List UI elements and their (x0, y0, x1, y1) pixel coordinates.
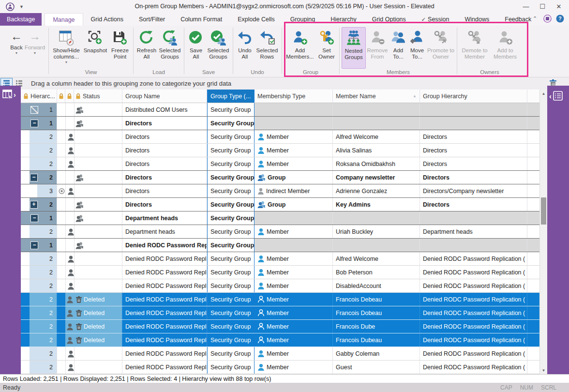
column-header-hierarchy[interactable]: Hierarc... (21, 90, 57, 103)
table-row[interactable]: +2DirectorsSecurity GroupGroupKey Admins… (21, 197, 539, 211)
tab-grouping[interactable]: Grouping (283, 13, 323, 26)
table-row[interactable]: −1Denied RODC Password RepSecurity Group (21, 238, 539, 252)
back-button[interactable]: ←Back▼ (7, 27, 26, 69)
tab-grid-options[interactable]: Grid Options (364, 13, 414, 26)
tab-backstage[interactable]: Backstage (0, 13, 42, 26)
ribbon-button-selected-groups[interactable]: Selected Groups (206, 27, 231, 69)
table-row[interactable]: −2DirectorsSecurity GroupGroupCompany ne… (21, 170, 539, 184)
vertical-scrollbar[interactable]: ▲ ▼ (539, 90, 547, 374)
ribbon-button-selected-groups[interactable]: Selected Groups (158, 27, 182, 69)
ribbon-button-undo-all[interactable]: Undo All (235, 27, 255, 69)
table-row[interactable]: 2DirectorsSecurity GroupMemberAlivia Sal… (21, 144, 539, 157)
group-type-cell: Security Group (207, 144, 255, 157)
ribbon-button-snapshot[interactable]: Snapshot (82, 27, 109, 69)
tab-sort-filter[interactable]: Sort/Filter (131, 13, 173, 26)
quick-access-caret-icon[interactable]: ▼ (19, 4, 24, 9)
ribbon-button-selected-rows[interactable]: Selected Rows (255, 27, 280, 69)
ribbon-button-promote-to-owner: Promote to Owner (427, 27, 455, 69)
ribbon-button-nested-groups[interactable]: Nested Groups (342, 27, 366, 69)
ribbon-button-save-all[interactable]: Save All (186, 27, 206, 69)
group-name-cell-text: Directors (125, 174, 152, 181)
grid-tools-icon[interactable]: › (2, 89, 21, 103)
membership-type-cell-text: Member (267, 310, 289, 317)
lock-icon (23, 93, 29, 99)
membership-type-cell: Member (255, 130, 333, 143)
account-badge-icon[interactable] (543, 15, 552, 23)
ribbon-button-add-to[interactable]: Add To... (389, 27, 407, 69)
ribbon-button-show-hide-columns[interactable]: Show/Hide columns...▼ (51, 27, 82, 69)
maximize-button[interactable]: ☐ (536, 1, 549, 12)
scroll-down-icon[interactable]: ▼ (540, 366, 547, 374)
table-row[interactable]: 2Denied RODC Password ReplSecurity Group… (21, 361, 539, 374)
group-type-cell-text: Security Group (210, 256, 251, 262)
column-header-member-name[interactable]: Member Name▲ (333, 90, 420, 103)
table-row[interactable]: 2Denied RODC Password ReplSecurity Group… (21, 279, 539, 293)
collapse-box-icon[interactable]: − (30, 241, 38, 249)
table-row[interactable]: −1DirectorsSecurity Group (21, 116, 539, 130)
hierarchy-cell: 2 (21, 157, 57, 170)
table-row[interactable]: 2DirectorsSecurity GroupMemberAlfred Wel… (21, 130, 539, 144)
tab-windows[interactable]: Windows (457, 13, 497, 26)
status-text: Deleted (84, 310, 105, 317)
collapse-box-icon[interactable]: − (30, 120, 38, 127)
expand-box-icon[interactable]: + (30, 201, 38, 209)
collapse-box-icon[interactable]: − (30, 174, 38, 181)
table-row[interactable]: 1Distributed COM UsersSecurity Group (21, 103, 539, 117)
table-row[interactable]: 2Denied RODC Password ReplSecurity Group… (21, 266, 539, 279)
hierarchy-level-number: 1 (49, 242, 57, 249)
member-name-cell: Key Admins (333, 198, 420, 211)
table-row[interactable]: 2DeletedDenied RODC Password ReplSecurit… (21, 293, 539, 306)
member-name-cell-text: Key Admins (336, 201, 371, 208)
table-row[interactable]: 2Denied RODC Password ReplSecurity Group… (21, 347, 539, 361)
membership-type-cell (255, 239, 333, 252)
table-row[interactable]: 2Denied RODC Password ReplSecurity Group… (21, 252, 539, 266)
group-type-cell: Security Group (207, 239, 255, 252)
hierarchy-level-number: 2 (49, 134, 57, 140)
tab-manage[interactable]: Manage (45, 13, 83, 26)
hierarchy-cell: 2 (21, 225, 57, 238)
nested-groups-icon (345, 30, 362, 47)
scrollbar-thumb[interactable] (541, 197, 546, 225)
table-row[interactable]: 2DeletedDenied RODC Password ReplSecurit… (21, 320, 539, 333)
table-row[interactable]: 3DirectorsSecurity GroupIndirect MemberA… (21, 184, 539, 198)
collapse-ribbon-icon[interactable]: ⌃ (531, 15, 539, 23)
column-header-status-zone[interactable]: Status (57, 90, 122, 103)
column-header-membership-type[interactable]: Membership Type (255, 90, 333, 103)
people-add-icon (390, 29, 406, 46)
membership-type-cell: Member (255, 333, 333, 347)
ribbon-button-add-members[interactable]: Add Members... (284, 27, 316, 69)
forward-button: →Forward▼ (26, 27, 44, 69)
ribbon-button-move-to[interactable]: Move To... (407, 27, 427, 69)
right-panel-collapsed[interactable]: ‹ (547, 86, 569, 374)
group-name-cell-text: Denied RODC Password Rep (125, 242, 207, 249)
column-header-group-type[interactable]: Group Type (... (207, 90, 255, 103)
table-row[interactable]: 2DeletedDenied RODC Password ReplSecurit… (21, 306, 539, 320)
tab-session[interactable]: ✓Session (414, 13, 457, 26)
table-row[interactable]: −1Department headsSecurity Group (21, 211, 539, 225)
hierarchy-cell: 2 (21, 320, 57, 333)
ribbon-button-label: Selected Rows (255, 47, 280, 60)
close-button[interactable]: ✕ (553, 1, 565, 12)
table-row[interactable]: 2DeletedDenied RODC Password ReplSecurit… (21, 333, 539, 347)
table-row[interactable]: 2Department headsSecurity GroupMemberUri… (21, 225, 539, 239)
tab-explode-cells[interactable]: Explode Cells (230, 13, 282, 26)
status-cell (57, 211, 122, 225)
tab-grid-actions[interactable]: Grid Actions (83, 13, 131, 26)
hierarchy-level-band: +2 (30, 198, 57, 211)
ribbon-button-freeze-point[interactable]: Freeze Point (109, 27, 131, 69)
help-icon[interactable]: ? (556, 15, 564, 23)
expand-right-panel-icon[interactable]: ‹ (549, 90, 569, 101)
ribbon-button-refresh-all[interactable]: Refresh All (135, 27, 158, 69)
column-header-group-name[interactable]: Group Name (122, 90, 207, 103)
scroll-up-icon[interactable]: ▲ (540, 90, 547, 97)
tab-hierarchy[interactable]: Hierarchy (323, 13, 364, 26)
tab-column-format[interactable]: Column Format (173, 13, 230, 26)
hierarchy-level-number: 2 (49, 283, 57, 289)
left-panel-collapsed[interactable]: › (0, 86, 21, 374)
app-icon[interactable] (6, 2, 15, 11)
ribbon-button-set-owner[interactable]: Set Owner (316, 27, 337, 69)
collapse-box-icon[interactable]: − (30, 214, 38, 222)
column-header-group-hierarchy[interactable]: Group Hierarchy (420, 90, 527, 103)
table-row[interactable]: 2DirectorsSecurity GroupMemberRoksana Om… (21, 157, 539, 171)
minimize-button[interactable]: — (520, 1, 532, 12)
